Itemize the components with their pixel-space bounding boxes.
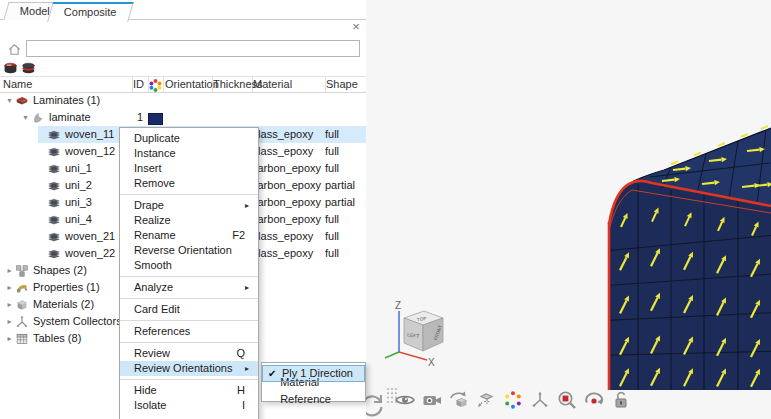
replay-icon[interactable]	[366, 390, 386, 418]
laminate-icon	[31, 111, 45, 125]
properties-icon	[15, 281, 29, 295]
cell-shape: full	[325, 143, 339, 160]
tree-row-label: uni_1	[65, 160, 92, 177]
tables-icon	[15, 332, 29, 346]
tree-row-name: woven_22	[0, 245, 115, 262]
graphics-viewport[interactable]: ZXTOPLEFTFRONT	[366, 0, 771, 419]
measure-icon[interactable]	[475, 389, 497, 411]
tree-row-label: woven_12	[65, 143, 115, 160]
menu-item-instance[interactable]: Instance	[120, 146, 258, 161]
lock-icon[interactable]	[610, 389, 632, 411]
tree-row-name: woven_21	[0, 228, 115, 245]
expander-closed-icon[interactable]: ▸	[4, 262, 15, 279]
tree-table-header: Name ID Orientation Thickness Material S…	[0, 76, 366, 93]
create-ply-icon[interactable]	[3, 61, 18, 75]
system-collectors-icon	[15, 315, 29, 329]
tree-row-laminates-1[interactable]: ▾Laminates (1)	[0, 92, 366, 109]
menu-item-shortcut: Q	[236, 346, 245, 361]
cell-shape: partial	[325, 177, 355, 194]
tree-row-label: Materials (2)	[33, 296, 94, 313]
mesh-scene: ZXTOPLEFTFRONT	[366, 0, 771, 419]
menu-item-reverse-orientation[interactable]: Reverse Orientation	[120, 243, 258, 258]
menu-item-review[interactable]: ReviewQ	[120, 346, 258, 361]
tree-row-name: ▸Materials (2)	[0, 296, 94, 313]
submenu-arrow-icon: ▸	[245, 361, 253, 376]
tab-composite-label: Composite	[64, 4, 117, 21]
expander-closed-icon[interactable]: ▸	[4, 279, 15, 296]
menu-item-duplicate[interactable]: Duplicate	[120, 131, 258, 146]
menu-item-label: Rename	[134, 228, 232, 243]
menu-separator	[120, 342, 258, 343]
menu-item-realize[interactable]: Realize	[120, 213, 258, 228]
menu-separator	[120, 379, 258, 380]
eye-icon[interactable]	[394, 389, 416, 411]
laminates-icon	[15, 94, 29, 108]
triad-icon[interactable]	[529, 389, 551, 411]
zoom-select-icon[interactable]	[556, 389, 578, 411]
submenu-item-material-reference[interactable]: Material Reference	[262, 382, 365, 399]
menu-item-analyze[interactable]: Analyze▸	[120, 280, 258, 295]
tree-row-label: laminate	[49, 109, 91, 126]
cell-shape: full	[325, 245, 339, 262]
menu-item-label: Instance	[134, 146, 253, 161]
tree-row-name: ▸Tables (8)	[0, 330, 81, 347]
expander-closed-icon[interactable]: ▸	[4, 330, 15, 347]
menu-item-remove[interactable]: Remove	[120, 176, 258, 191]
column-header-thickness[interactable]: Thickness	[210, 77, 253, 92]
view-cube[interactable]: ZXTOPLEFTFRONT	[385, 300, 443, 368]
view-controls-toolbar	[394, 389, 632, 411]
menu-item-insert[interactable]: Insert	[120, 161, 258, 176]
ply-icon	[47, 230, 61, 244]
menu-item-card-edit[interactable]: Card Edit	[120, 302, 258, 317]
context-menu: DuplicateInstanceInsertRemoveDrape▸Reali…	[119, 127, 259, 419]
color-palette-icon[interactable]	[502, 389, 524, 411]
cell-id: 1	[128, 109, 143, 126]
menu-item-label: Isolate	[134, 398, 242, 413]
search-input[interactable]	[26, 40, 360, 57]
expander-closed-icon[interactable]: ▸	[4, 296, 15, 313]
cell-material: carbon_epoxy	[252, 194, 321, 211]
rotate-view-icon[interactable]	[583, 389, 605, 411]
expander-open-icon[interactable]: ▾	[20, 109, 31, 126]
menu-separator	[120, 320, 258, 321]
cell-material: carbon_epoxy	[252, 160, 321, 177]
tree-row-label: woven_11	[65, 126, 114, 143]
expander-open-icon[interactable]: ▾	[4, 92, 15, 109]
column-header-material[interactable]: Material	[250, 77, 326, 92]
tree-row-name: uni_1	[0, 160, 92, 177]
tree-row-label: System Collectors (	[33, 313, 128, 330]
menu-item-isolate[interactable]: IsolateI	[120, 398, 258, 413]
ply-icon	[47, 128, 61, 142]
tab-composite[interactable]: Composite	[47, 2, 133, 22]
ply-icon	[47, 196, 61, 210]
cell-shape: full	[325, 160, 339, 177]
menu-item-label: Drape	[134, 198, 245, 213]
expander-closed-icon[interactable]: ▸	[4, 313, 15, 330]
tree-row-label: uni_4	[65, 211, 92, 228]
tree-row-name: ▸System Collectors (	[0, 313, 128, 330]
create-laminate-icon[interactable]	[21, 61, 36, 75]
menu-item-rename[interactable]: RenameF2	[120, 228, 258, 243]
menu-item-label: Realize	[134, 213, 253, 228]
menu-item-review-orientations[interactable]: Review Orientations▸	[120, 361, 258, 376]
tree-row-label: woven_22	[65, 245, 115, 262]
tab-model-label: Model	[20, 3, 50, 20]
menu-item-references[interactable]: References	[120, 324, 258, 339]
color-swatch[interactable]	[148, 113, 163, 125]
column-header-shape[interactable]: Shape	[323, 77, 368, 92]
tree-row-laminate[interactable]: ▾laminate1	[0, 109, 366, 126]
menu-item-label: Reverse Orientation	[134, 243, 253, 258]
menu-item-hide[interactable]: HideH	[120, 383, 258, 398]
close-panel-icon[interactable]: ×	[349, 20, 363, 34]
ply-icon	[47, 145, 61, 159]
camera-icon[interactable]	[421, 389, 443, 411]
orbit-cube-icon[interactable]	[448, 389, 470, 411]
menu-item-label: Smooth	[134, 258, 253, 273]
column-header-orientation[interactable]: Orientation	[162, 77, 213, 92]
menu-item-drape[interactable]: Drape▸	[120, 198, 258, 213]
home-icon[interactable]	[7, 42, 22, 57]
tree-row-label: woven_21	[65, 228, 115, 245]
column-header-name[interactable]: Name	[0, 77, 133, 92]
menu-item-smooth[interactable]: Smooth	[120, 258, 258, 273]
menu-item-label: Review	[134, 346, 236, 361]
